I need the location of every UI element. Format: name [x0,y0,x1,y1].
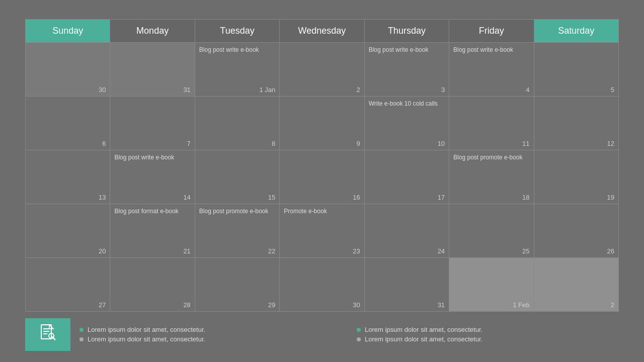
header-day-sunday: Sunday [26,20,110,43]
cell-date-number: 13 [99,194,106,201]
calendar-cell: Blog post write e-book1 Jan [195,43,279,97]
calendar-cell: 5 [534,43,618,97]
calendar-cell: 9 [280,97,364,150]
calendar-cell: 8 [195,97,279,150]
calendar-cell: 26 [534,204,618,258]
calendar-cell: 17 [364,150,449,204]
footer-text-grid: Lorem ipsum dolor sit amet, consectetur.… [79,326,619,343]
calendar-cell: Blog post promote e-book22 [195,204,279,258]
document-icon [40,324,55,344]
calendar-cell: 2 [534,258,618,312]
calendar-cell: 20 [26,204,110,258]
cell-date-number: 9 [356,140,360,147]
calendar-cell: 7 [110,97,195,150]
footer-dot [357,337,361,341]
calendar-cell: 13 [26,150,110,204]
calendar-table: SundayMondayTuesdayWednesdayThursdayFrid… [25,19,619,312]
cell-date-number: 21 [183,247,190,255]
footer-text-item: Lorem ipsum dolor sit amet, consectetur. [357,326,619,333]
calendar-cell: 16 [280,150,364,204]
week-row-3: 20Blog post format e-book21Blog post pro… [26,204,619,258]
cell-date-number: 6 [102,140,106,147]
footer-text-item: Lorem ipsum dolor sit amet, consectetur. [79,335,342,343]
cell-date-number: 31 [183,86,190,94]
cell-date-number: 25 [522,247,529,255]
cell-date-number: 18 [522,194,529,201]
calendar-cell: Write e-book 10 cold calls10 [364,97,449,150]
footer-text: Lorem ipsum dolor sit amet, consectetur. [365,326,482,333]
cell-date-number: 30 [353,301,360,309]
footer-dot [357,328,361,332]
cell-event-text: Blog post format e-book [114,207,178,216]
calendar-cell: Blog post promote e-book18 [449,150,534,204]
cell-date-number: 8 [272,140,275,147]
cell-event-text: Blog post write e-book [453,46,513,54]
cell-date-number: 20 [99,247,106,255]
cell-event-text: Write e-book 10 cold calls [369,100,438,108]
calendar-cell: 27 [26,258,110,312]
cell-date-number: 16 [353,194,360,201]
header-day-thursday: Thursday [364,20,449,43]
calendar-cell: 31 [110,43,195,97]
cell-date-number: 2 [356,86,360,94]
header-row: SundayMondayTuesdayWednesdayThursdayFrid… [26,20,619,43]
calendar-cell: 31 [364,258,449,312]
main-container: SundayMondayTuesdayWednesdayThursdayFrid… [0,0,644,362]
calendar-cell: 15 [195,150,279,204]
cell-date-number: 27 [99,301,106,309]
footer-text-item: Lorem ipsum dolor sit amet, consectetur. [79,326,342,333]
svg-rect-3 [43,333,47,334]
cell-date-number: 1 Feb [513,301,529,309]
week-row-4: 27282930311 Feb2 [26,258,619,312]
cell-event-text: Blog post promote e-book [199,207,268,216]
cell-date-number: 10 [438,140,445,147]
cell-date-number: 29 [268,301,275,309]
cell-event-text: Blog post promote e-book [453,153,522,162]
footer-icon-box [25,318,70,351]
cell-date-number: 30 [99,86,106,94]
cell-date-number: 7 [187,140,191,147]
calendar-cell: 30 [280,258,364,312]
footer: Lorem ipsum dolor sit amet, consectetur.… [25,317,619,352]
calendar-cell: 29 [195,258,279,312]
calendar-cell: Blog post write e-book3 [364,43,449,97]
cell-date-number: 31 [438,301,445,309]
calendar-cell: 12 [534,97,618,150]
calendar-cell: Blog post format e-book21 [110,204,195,258]
calendar-cell: 2 [280,43,364,97]
cell-date-number: 26 [607,247,614,255]
cell-date-number: 17 [438,194,445,201]
cell-date-number: 14 [183,194,190,201]
calendar-cell: Blog post write e-book4 [449,43,534,97]
cell-date-number: 2 [611,301,614,309]
cell-date-number: 3 [441,86,445,94]
calendar-cell: Blog post write e-book14 [110,150,195,204]
calendar-cell: 1 Feb [449,258,534,312]
header-day-monday: Monday [110,20,195,43]
cell-date-number: 24 [438,247,445,255]
cell-event-text: Blog post write e-book [369,46,429,54]
week-row-1: 6789Write e-book 10 cold calls101112 [26,97,619,150]
cell-date-number: 19 [607,194,614,201]
week-row-2: 13Blog post write e-book14151617Blog pos… [26,150,619,204]
cell-date-number: 12 [607,140,614,147]
calendar-cell: Promote e-book23 [280,204,364,258]
cell-date-number: 22 [268,247,275,255]
cell-event-text: Promote e-book [284,207,327,216]
calendar-cell: 24 [364,204,449,258]
footer-text: Lorem ipsum dolor sit amet, consectetur. [365,335,482,343]
header-day-friday: Friday [449,20,534,43]
svg-rect-1 [43,328,49,329]
header-day-saturday: Saturday [534,20,618,43]
cell-event-text: Blog post write e-book [199,46,259,54]
calendar-cell: 25 [449,204,534,258]
footer-dot [79,328,84,332]
calendar-cell: 11 [449,97,534,150]
header-day-wednesday: Wednesday [280,20,364,43]
calendar-cell: 19 [534,150,618,204]
footer-text: Lorem ipsum dolor sit amet, consectetur. [88,326,205,333]
calendar-cell: 28 [110,258,195,312]
cell-date-number: 15 [268,194,275,201]
cell-date-number: 1 Jan [259,86,275,94]
footer-text-item: Lorem ipsum dolor sit amet, consectetur. [357,335,619,343]
